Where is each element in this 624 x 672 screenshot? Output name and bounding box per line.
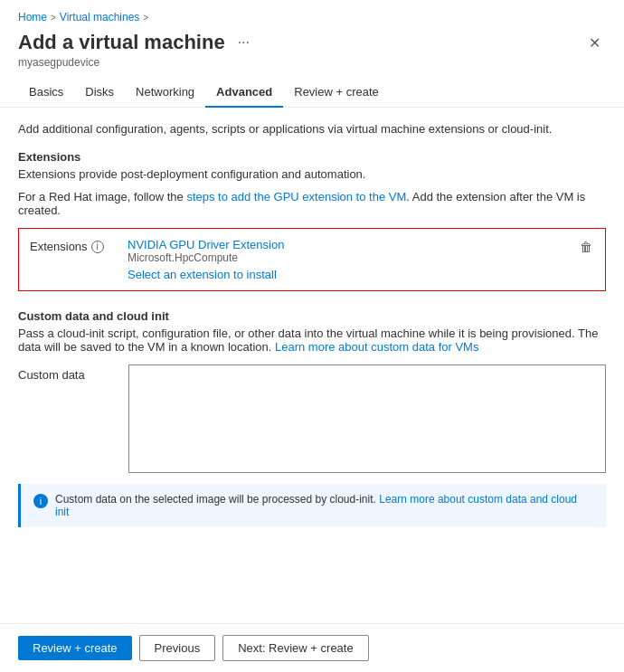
tab-bar: Basics Disks Networking Advanced Review …: [0, 78, 624, 108]
extensions-section-desc: Extensions provide post-deployment confi…: [18, 167, 606, 181]
add-vm-panel: Home > Virtual machines > Add a virtual …: [0, 0, 624, 672]
content-area: Add additional configuration, agents, sc…: [0, 108, 624, 623]
select-extension-link[interactable]: Select an extension to install: [128, 268, 277, 281]
review-create-button[interactable]: Review + create: [18, 636, 132, 660]
red-hat-notice: For a Red Hat image, follow the steps to…: [18, 190, 606, 217]
extension-name[interactable]: NVIDIA GPU Driver Extension: [128, 238, 571, 251]
previous-button[interactable]: Previous: [139, 635, 216, 661]
tab-basics[interactable]: Basics: [18, 78, 74, 108]
footer: Review + create Previous Next: Review + …: [0, 623, 624, 672]
custom-data-row: Custom data: [18, 364, 606, 473]
extensions-content: NVIDIA GPU Driver Extension Microsoft.Hp…: [128, 238, 571, 281]
custom-data-textarea[interactable]: [128, 364, 606, 473]
extensions-info-icon[interactable]: i: [91, 241, 104, 253]
extensions-section-title: Extensions: [18, 150, 606, 164]
breadcrumb-virtual-machines[interactable]: Virtual machines: [60, 11, 140, 24]
tab-review-create[interactable]: Review + create: [283, 78, 390, 108]
extension-publisher: Microsoft.HpcCompute: [128, 251, 571, 264]
delete-extension-icon[interactable]: 🗑: [578, 238, 594, 256]
tab-disks[interactable]: Disks: [74, 78, 125, 108]
info-banner-icon: i: [33, 494, 48, 508]
breadcrumb-chevron-1: >: [51, 13, 56, 23]
header-left: Add a virtual machine ···: [18, 31, 255, 54]
breadcrumb-chevron-2: >: [143, 13, 148, 23]
custom-data-section-desc: Pass a cloud-init script, configuration …: [18, 327, 606, 354]
next-button[interactable]: Next: Review + create: [222, 635, 369, 661]
extensions-box: Extensions i NVIDIA GPU Driver Extension…: [18, 228, 606, 291]
close-button[interactable]: ✕: [583, 33, 606, 53]
extensions-label-text: Extensions: [30, 240, 88, 253]
ellipsis-button[interactable]: ···: [232, 33, 255, 52]
breadcrumb: Home > Virtual machines >: [0, 0, 624, 27]
custom-data-label: Custom data: [18, 364, 118, 473]
breadcrumb-home[interactable]: Home: [18, 11, 47, 24]
page-subtitle: myasegpudevice: [0, 56, 624, 78]
tab-networking[interactable]: Networking: [125, 78, 205, 108]
red-hat-text-before: For a Red Hat image, follow the: [18, 190, 186, 203]
tab-advanced[interactable]: Advanced: [205, 78, 283, 108]
custom-data-section-title: Custom data and cloud init: [18, 309, 606, 323]
tab-description: Add additional configuration, agents, sc…: [18, 122, 606, 136]
custom-data-learn-more-link[interactable]: Learn more about custom data for VMs: [275, 340, 478, 354]
red-hat-link[interactable]: steps to add the GPU extension to the VM: [186, 190, 406, 203]
page-header: Add a virtual machine ··· ✕: [0, 27, 624, 56]
info-banner-text: Custom data on the selected image will b…: [55, 493, 593, 518]
page-title: Add a virtual machine: [18, 31, 225, 54]
extensions-field-label: Extensions i: [30, 238, 120, 253]
info-banner: i Custom data on the selected image will…: [18, 484, 606, 527]
info-banner-text-before: Custom data on the selected image will b…: [55, 493, 379, 506]
